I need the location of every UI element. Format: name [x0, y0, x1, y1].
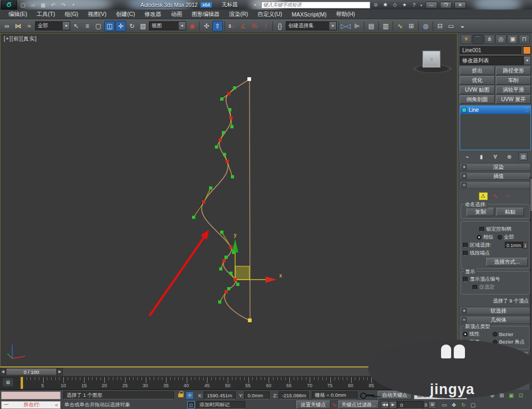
- front-viewport[interactable]: [+][前][真实] ⌗: [0, 33, 458, 367]
- percent-snap-icon[interactable]: %: [249, 21, 260, 31]
- bevel-profile-button[interactable]: 倒角剖面: [460, 95, 495, 104]
- configure-modifier-sets-icon[interactable]: ⊞: [519, 152, 528, 161]
- next-frame-icon[interactable]: ▶: [57, 368, 63, 375]
- zoom-extents-icon[interactable]: ▣: [506, 391, 516, 399]
- key-filters-button[interactable]: 关键点过滤器...: [338, 400, 379, 409]
- current-frame-marker[interactable]: [20, 377, 23, 389]
- snap-toggle-3d-icon[interactable]: 3∩: [227, 21, 237, 31]
- new-file-icon[interactable]: ▢: [19, 1, 27, 9]
- rollout-rendering[interactable]: + 渲染: [460, 163, 531, 171]
- use-pivot-center-icon[interactable]: ◉: [187, 21, 197, 31]
- area-threshold-spinner[interactable]: 0.1mm▴▾: [505, 242, 528, 249]
- new-key-tangent-icon[interactable]: ∿: [332, 402, 337, 408]
- paste-button[interactable]: 粘贴: [496, 208, 524, 216]
- render-production-icon[interactable]: ◒: [457, 21, 468, 31]
- bezier-radio[interactable]: [493, 332, 497, 337]
- minimize-button[interactable]: —: [426, 2, 437, 9]
- y-coordinate-field[interactable]: 0.0mm: [244, 391, 270, 399]
- open-file-icon[interactable]: ▱: [29, 1, 37, 9]
- show-end-result-icon[interactable]: ▮: [477, 152, 486, 161]
- frame-spinner[interactable]: ▴▾: [423, 402, 428, 407]
- selection-filter-dropdown[interactable]: 全部▼: [35, 21, 70, 30]
- copy-button[interactable]: 复制: [467, 208, 494, 216]
- current-frame-field[interactable]: 0: [397, 401, 423, 409]
- motion-tab-icon[interactable]: ◎: [495, 35, 506, 44]
- go-to-start-icon[interactable]: ◀◀: [381, 401, 389, 409]
- linear-radio[interactable]: [463, 332, 468, 337]
- schematic-view-icon[interactable]: ⊞: [406, 21, 417, 31]
- uvw-unwrap-button[interactable]: UVW 展开: [496, 95, 531, 104]
- rendered-frame-window-icon[interactable]: ▭: [446, 21, 456, 31]
- segment-end-checkbox[interactable]: [463, 251, 468, 256]
- window-crossing-toggle-icon[interactable]: ◫: [104, 21, 115, 31]
- select-object-icon[interactable]: ↖: [71, 21, 81, 31]
- vertex-level-icon[interactable]: ∴: [479, 192, 488, 200]
- edit-named-selection-sets-icon[interactable]: {}: [275, 21, 285, 31]
- set-key-icon[interactable]: [360, 392, 376, 398]
- select-by-name-icon[interactable]: ≡: [82, 21, 93, 31]
- help-arrow-icon[interactable]: ▾: [420, 2, 423, 9]
- open-mini-curve-editor-icon[interactable]: ⊞: [2, 378, 14, 387]
- absolute-mode-icon[interactable]: ⊹: [186, 391, 194, 399]
- select-and-manipulate-icon[interactable]: ✣: [201, 21, 212, 31]
- rollout-selection[interactable]: −: [460, 181, 531, 189]
- zoom-region-icon[interactable]: ▭: [439, 400, 449, 409]
- menu-customize[interactable]: 自定义(U): [253, 10, 286, 19]
- turbosmooth-button[interactable]: 涡轮平滑: [496, 86, 531, 94]
- maximize-viewport-icon[interactable]: ▢: [468, 400, 478, 409]
- save-file-icon[interactable]: ▦: [39, 1, 47, 9]
- material-editor-icon[interactable]: ◍: [420, 21, 431, 31]
- set-key-button[interactable]: 设置关键点: [296, 400, 330, 409]
- all-radio[interactable]: [497, 235, 502, 240]
- menu-modifiers[interactable]: 修改器: [140, 10, 166, 19]
- menu-graph-editors[interactable]: 图形编辑器: [187, 10, 224, 19]
- selection-lock-icon[interactable]: [178, 394, 184, 397]
- spline-level-icon[interactable]: ∽: [503, 192, 512, 200]
- select-and-scale-icon[interactable]: ▧: [138, 21, 148, 31]
- menu-group[interactable]: 组(G): [60, 10, 82, 19]
- align-icon[interactable]: ⊫: [352, 21, 362, 31]
- create-tab-icon[interactable]: ☀: [461, 35, 472, 44]
- app-logo-icon[interactable]: Ϭ: [1, 1, 17, 10]
- modifier-stack[interactable]: Line ⁚⁚: [460, 105, 531, 150]
- search-expand-icon[interactable]: ▸: [251, 1, 260, 9]
- named-selection-sets-dropdown[interactable]: 创建选择集▼: [286, 21, 337, 30]
- display-tab-icon[interactable]: ▣: [507, 35, 518, 44]
- menu-edit[interactable]: 编辑(E): [4, 10, 31, 19]
- bind-to-space-warp-icon[interactable]: ≈: [24, 21, 35, 31]
- reference-coordinate-dropdown[interactable]: 视图▼: [149, 21, 186, 30]
- search-binoculars-icon[interactable]: ⊙: [372, 2, 380, 9]
- search-input[interactable]: [261, 2, 370, 9]
- time-configuration-icon[interactable]: ⊠: [428, 401, 436, 409]
- help-icon[interactable]: ?: [410, 2, 418, 9]
- stack-item-line[interactable]: Line ⁚⁚: [460, 106, 530, 114]
- menu-maxscript[interactable]: MAXScript(M): [287, 10, 330, 19]
- pan-hand-icon[interactable]: ✥: [449, 400, 459, 409]
- modifier-list-dropdown[interactable]: 修改器列表▼: [460, 56, 531, 65]
- make-unique-icon[interactable]: ∀: [491, 152, 500, 161]
- menu-tools[interactable]: 工具(T): [32, 10, 59, 19]
- curve-editor-icon[interactable]: ∿: [395, 21, 405, 31]
- pin-stack-icon[interactable]: ⌁: [463, 152, 472, 161]
- rollout-interpolation[interactable]: + 插值: [460, 172, 531, 180]
- select-and-link-icon[interactable]: ∞: [2, 21, 12, 31]
- select-and-rotate-icon[interactable]: ↻: [127, 21, 137, 31]
- viewport-canvas[interactable]: y x: [1, 37, 457, 366]
- rollout-soft-selection[interactable]: + 软选择: [460, 307, 531, 315]
- select-and-move-icon[interactable]: ✢: [115, 21, 126, 31]
- maxscript-mini-listener-pink[interactable]: [1, 391, 61, 399]
- extrude-button[interactable]: 挤出: [460, 67, 495, 75]
- select-by-button[interactable]: 选择方式...: [486, 258, 528, 266]
- maximize-button[interactable]: ❐: [440, 2, 452, 9]
- object-name-field[interactable]: Line001: [460, 46, 521, 55]
- segment-level-icon[interactable]: ∿: [491, 192, 500, 200]
- selected-only-checkbox[interactable]: [472, 285, 477, 290]
- subscription-icon[interactable]: ✱: [381, 2, 389, 9]
- path-deform-button[interactable]: 路径变形: [496, 67, 531, 75]
- render-setup-icon[interactable]: ⊟: [435, 21, 445, 31]
- optimize-button[interactable]: 优化: [460, 76, 495, 85]
- spinner-snap-icon[interactable]: ↕: [260, 21, 271, 31]
- isolate-selection-icon[interactable]: ◫: [187, 401, 195, 408]
- previous-frame-icon[interactable]: ◀: [0, 368, 6, 375]
- qat-overflow-icon[interactable]: ▾: [69, 1, 78, 9]
